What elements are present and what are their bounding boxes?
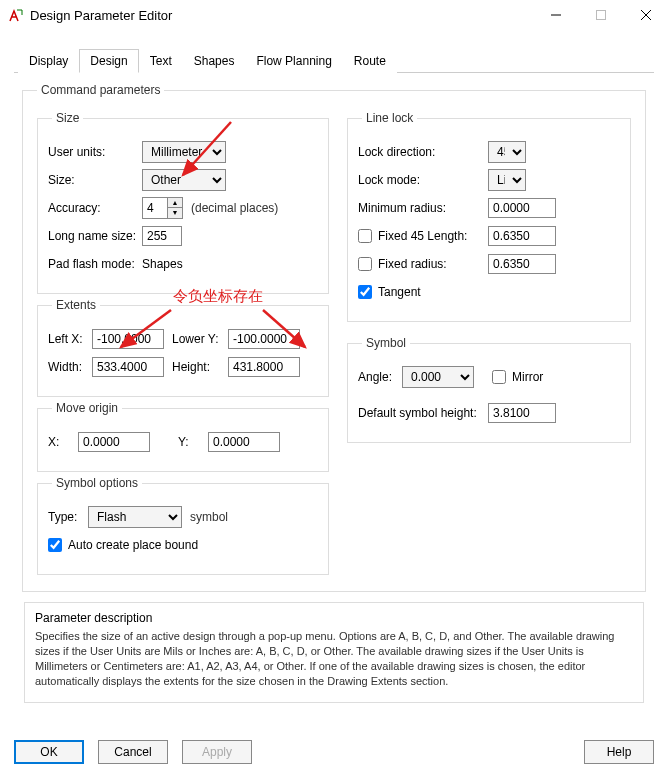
- moveorigin-y-label: Y:: [178, 435, 208, 449]
- tab-flow-planning[interactable]: Flow Planning: [245, 49, 342, 73]
- defheight-input[interactable]: [488, 403, 556, 423]
- ok-button[interactable]: OK: [14, 740, 84, 764]
- mirror-checkbox[interactable]: Mirror: [492, 370, 543, 384]
- extents-legend: Extents: [52, 298, 100, 312]
- lockmode-label: Lock mode:: [358, 173, 488, 187]
- leftx-input[interactable]: [92, 329, 164, 349]
- apply-button[interactable]: Apply: [182, 740, 252, 764]
- lockdir-label: Lock direction:: [358, 145, 488, 159]
- mirror-label: Mirror: [512, 370, 543, 384]
- autocreate-checkbox-input[interactable]: [48, 538, 62, 552]
- moveorigin-group: Move origin X: Y:: [37, 401, 329, 472]
- fixedradius-input[interactable]: [488, 254, 556, 274]
- symbol-type-select[interactable]: Flash: [88, 506, 182, 528]
- defheight-label: Default symbol height:: [358, 406, 488, 420]
- command-parameters-group: Command parameters Size User units: Mill…: [22, 83, 646, 592]
- parameter-description-legend: Parameter description: [35, 611, 633, 625]
- size-group: Size User units: Millimeter Size: Other …: [37, 111, 329, 294]
- accuracy-spinner[interactable]: ▲▼: [142, 197, 183, 219]
- lowery-input[interactable]: [228, 329, 300, 349]
- lowery-label: Lower Y:: [172, 332, 228, 346]
- height-input[interactable]: [228, 357, 300, 377]
- tab-design[interactable]: Design: [79, 49, 138, 73]
- symbol-legend: Symbol: [362, 336, 410, 350]
- tabstrip: Display Design Text Shapes Flow Planning…: [18, 48, 654, 72]
- parameter-description-group: Parameter description Specifies the size…: [24, 602, 644, 703]
- command-parameters-legend: Command parameters: [37, 83, 164, 97]
- spin-down-icon[interactable]: ▼: [168, 208, 182, 218]
- help-button[interactable]: Help: [584, 740, 654, 764]
- tab-route[interactable]: Route: [343, 49, 397, 73]
- linelock-group: Line lock Lock direction: 45 Lock mode: …: [347, 111, 631, 322]
- tangent-checkbox[interactable]: Tangent: [358, 285, 421, 299]
- padflash-label: Pad flash mode:: [48, 257, 142, 271]
- height-label: Height:: [172, 360, 228, 374]
- size-select[interactable]: Other: [142, 169, 226, 191]
- size-legend: Size: [52, 111, 83, 125]
- longname-label: Long name size:: [48, 229, 142, 243]
- symbol-type-label: Type:: [48, 510, 88, 524]
- size-label: Size:: [48, 173, 142, 187]
- spin-up-icon[interactable]: ▲: [168, 198, 182, 208]
- minradius-label: Minimum radius:: [358, 201, 488, 215]
- padflash-value: Shapes: [142, 257, 183, 271]
- symbolopts-legend: Symbol options: [52, 476, 142, 490]
- tab-shapes[interactable]: Shapes: [183, 49, 246, 73]
- fixed45-input[interactable]: [488, 226, 556, 246]
- leftx-label: Left X:: [48, 332, 92, 346]
- parameter-description-text: Specifies the size of an active design t…: [35, 629, 633, 688]
- cancel-button[interactable]: Cancel: [98, 740, 168, 764]
- accuracy-hint: (decimal places): [191, 201, 278, 215]
- moveorigin-y-input[interactable]: [208, 432, 280, 452]
- extents-group: Extents Left X: Lower Y: Width: Height:: [37, 298, 329, 397]
- accuracy-input[interactable]: [143, 199, 167, 217]
- app-icon: [8, 7, 24, 23]
- userunits-label: User units:: [48, 145, 142, 159]
- lockmode-select[interactable]: Line: [488, 169, 526, 191]
- autocreate-label: Auto create place bound: [68, 538, 198, 552]
- fixedradius-label: Fixed radius:: [378, 257, 447, 271]
- fixed45-label: Fixed 45 Length:: [378, 229, 467, 243]
- moveorigin-x-label: X:: [48, 435, 78, 449]
- angle-select[interactable]: 0.000: [402, 366, 474, 388]
- minimize-button[interactable]: [533, 1, 578, 29]
- button-bar: OK Cancel Apply Help: [0, 730, 668, 774]
- lockdir-select[interactable]: 45: [488, 141, 526, 163]
- mirror-checkbox-input[interactable]: [492, 370, 506, 384]
- symbol-type-suffix: symbol: [190, 510, 228, 524]
- width-label: Width:: [48, 360, 92, 374]
- tangent-checkbox-input[interactable]: [358, 285, 372, 299]
- linelock-legend: Line lock: [362, 111, 417, 125]
- userunits-select[interactable]: Millimeter: [142, 141, 226, 163]
- tab-text[interactable]: Text: [139, 49, 183, 73]
- angle-label: Angle:: [358, 370, 402, 384]
- fixedradius-checkbox-input[interactable]: [358, 257, 372, 271]
- moveorigin-x-input[interactable]: [78, 432, 150, 452]
- fixedradius-checkbox[interactable]: Fixed radius:: [358, 257, 488, 271]
- fixed45-checkbox-input[interactable]: [358, 229, 372, 243]
- symbolopts-group: Symbol options Type: Flash symbol Auto c…: [37, 476, 329, 575]
- svg-rect-1: [596, 11, 605, 20]
- accuracy-label: Accuracy:: [48, 201, 142, 215]
- longname-input[interactable]: [142, 226, 182, 246]
- window-title: Design Parameter Editor: [30, 8, 533, 23]
- tangent-label: Tangent: [378, 285, 421, 299]
- symbol-group: Symbol Angle: 0.000 Mirror Default symbo…: [347, 336, 631, 443]
- maximize-button[interactable]: [578, 1, 623, 29]
- titlebar: Design Parameter Editor: [0, 0, 668, 30]
- moveorigin-legend: Move origin: [52, 401, 122, 415]
- width-input[interactable]: [92, 357, 164, 377]
- minradius-input[interactable]: [488, 198, 556, 218]
- close-button[interactable]: [623, 1, 668, 29]
- autocreate-checkbox[interactable]: Auto create place bound: [48, 534, 318, 556]
- fixed45-checkbox[interactable]: Fixed 45 Length:: [358, 229, 488, 243]
- tab-display[interactable]: Display: [18, 49, 79, 73]
